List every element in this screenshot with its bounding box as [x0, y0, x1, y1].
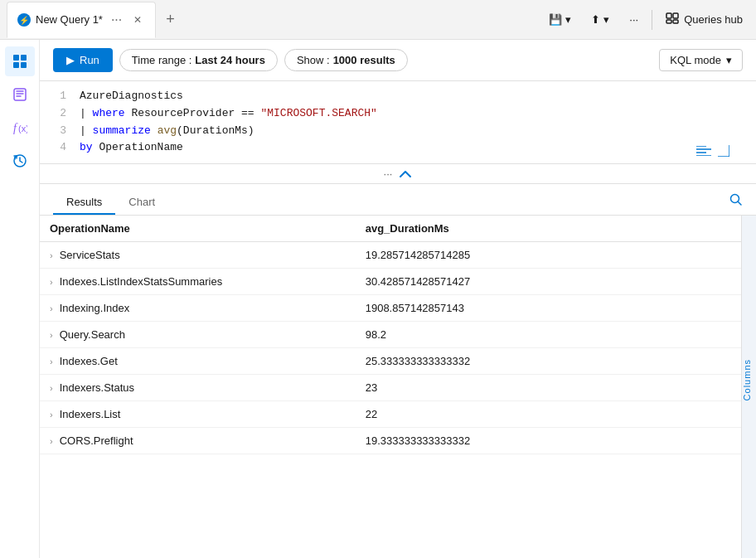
- export-icon: ⬆: [591, 13, 600, 26]
- content-area: ▶ Run Time range : Last 24 hours Show : …: [40, 40, 756, 558]
- code-content: | summarize avg(DurationMs): [80, 123, 749, 140]
- svg-rect-5: [673, 20, 678, 23]
- row-expand-chevron[interactable]: ›: [50, 330, 53, 340]
- table-row[interactable]: ›Query.Search98.2: [40, 322, 741, 348]
- format-icons: [696, 145, 729, 157]
- code-content: by OperationName: [80, 139, 749, 157]
- code-content: AzureDiagnostics: [80, 88, 749, 105]
- svg-rect-7: [21, 55, 27, 61]
- tab-results[interactable]: Results: [53, 191, 115, 215]
- svg-rect-4: [666, 20, 671, 23]
- row-expand-chevron[interactable]: ›: [50, 410, 53, 420]
- results-area: Results Chart Oper: [40, 184, 756, 558]
- save-button[interactable]: 💾 ▾: [542, 10, 578, 29]
- code-token: "MICROSOFT.SEARCH": [260, 107, 376, 119]
- code-line: 2| where ResourceProvider == "MICROSOFT.…: [40, 105, 756, 123]
- table-row[interactable]: ›Indexers.List22: [40, 401, 741, 428]
- svg-rect-2: [666, 13, 671, 18]
- tab-close-button[interactable]: ✕: [130, 12, 145, 27]
- cell-operation: ›Query.Search: [40, 322, 356, 348]
- results-tabs: Results Chart: [40, 184, 756, 216]
- code-token: by: [80, 141, 93, 153]
- ellipsis: ···: [384, 167, 393, 180]
- svg-rect-8: [13, 62, 19, 68]
- code-token: |: [80, 107, 93, 119]
- cell-avg-duration: 25.333333333333332: [356, 348, 741, 375]
- row-expand-chevron[interactable]: ›: [50, 250, 53, 260]
- cell-operation: ›Indexers.List: [40, 401, 356, 428]
- toolbar: ▶ Run Time range : Last 24 hours Show : …: [40, 40, 756, 81]
- time-range-button[interactable]: Time range : Last 24 hours: [119, 49, 278, 71]
- code-token: avg: [158, 124, 177, 137]
- table-row[interactable]: ›ServiceStats19.285714285714285: [40, 242, 741, 269]
- separator: [652, 10, 652, 30]
- tab-icon: ⚡: [17, 13, 31, 27]
- save-arrow: ▾: [565, 13, 571, 26]
- cell-avg-duration: 19.333333333333332: [356, 428, 741, 454]
- cell-operation: ›CORS.Preflight: [40, 428, 356, 454]
- columns-label[interactable]: Columns: [742, 359, 752, 400]
- table-row[interactable]: ›CORS.Preflight19.333333333333332: [40, 428, 741, 454]
- tab-chart[interactable]: Chart: [115, 191, 168, 215]
- code-token: AzureDiagnostics: [80, 90, 183, 102]
- cell-operation: ›Indexing.Index: [40, 295, 356, 322]
- row-expand-chevron[interactable]: ›: [50, 436, 53, 446]
- table-row[interactable]: ›Indexing.Index1908.857142857143: [40, 295, 741, 322]
- export-button[interactable]: ⬆ ▾: [584, 10, 616, 29]
- sidebar-item-history[interactable]: [5, 146, 35, 176]
- sidebar-item-bookmark[interactable]: [5, 80, 35, 109]
- row-expand-chevron[interactable]: ›: [50, 383, 53, 393]
- show-prefix: Show :: [297, 54, 330, 66]
- code-token: where: [93, 107, 125, 119]
- save-icon: 💾: [549, 13, 562, 26]
- tab-results-label: Results: [66, 196, 102, 208]
- cell-avg-duration: 1908.857142857143: [356, 295, 741, 322]
- row-expand-chevron[interactable]: ›: [50, 303, 53, 313]
- code-token: summarize: [93, 124, 151, 137]
- svg-rect-10: [14, 89, 26, 100]
- code-token: OperationName: [93, 141, 183, 153]
- col-header-operation: OperationName: [40, 216, 356, 242]
- time-range-prefix: Time range :: [132, 54, 192, 66]
- line-number: 2: [46, 105, 66, 123]
- code-token: (DurationMs): [177, 124, 254, 137]
- line-number: 1: [46, 88, 66, 105]
- queries-hub-button[interactable]: Queries hub: [659, 8, 749, 31]
- code-line: 4by OperationName: [40, 139, 756, 157]
- table-row[interactable]: ›Indexers.Status23: [40, 375, 741, 401]
- table-row[interactable]: ›Indexes.ListIndexStatsSummaries30.42857…: [40, 269, 741, 295]
- line-number: 4: [46, 139, 66, 157]
- results-table-wrap[interactable]: OperationName avg_DurationMs ›ServiceSta…: [40, 216, 741, 558]
- code-editor[interactable]: 1AzureDiagnostics2| where ResourceProvid…: [40, 81, 756, 164]
- new-tab-button[interactable]: +: [159, 7, 182, 32]
- cell-operation: ›ServiceStats: [40, 242, 356, 269]
- sidebar-item-grid[interactable]: [5, 46, 35, 76]
- cell-operation: ›Indexers.Status: [40, 375, 356, 401]
- active-tab[interactable]: ⚡ New Query 1* ··· ✕: [7, 2, 156, 38]
- collapse-handle[interactable]: ···: [40, 164, 756, 184]
- kql-mode-button[interactable]: KQL mode ▾: [659, 49, 743, 71]
- code-token: |: [80, 124, 93, 137]
- code-token: ResourceProvider ==: [125, 107, 261, 119]
- cell-operation: ›Indexes.Get: [40, 348, 356, 375]
- search-results-button[interactable]: [729, 193, 743, 213]
- more-options-button[interactable]: ···: [623, 10, 645, 29]
- results-table: OperationName avg_DurationMs ›ServiceSta…: [40, 216, 741, 454]
- row-expand-chevron[interactable]: ›: [50, 357, 53, 366]
- cell-operation: ›Indexes.ListIndexStatsSummaries: [40, 269, 356, 295]
- queries-hub-label: Queries hub: [684, 13, 743, 26]
- row-expand-chevron[interactable]: ›: [50, 277, 53, 287]
- code-token: [151, 124, 158, 137]
- run-button[interactable]: ▶ Run: [53, 48, 113, 72]
- kql-mode-label: KQL mode: [670, 54, 721, 66]
- show-results-button[interactable]: Show : 1000 results: [284, 49, 408, 71]
- more-options-icon: ···: [629, 13, 638, 26]
- sidebar-item-formula[interactable]: f (x): [5, 113, 35, 143]
- line-number: 3: [46, 123, 66, 140]
- main-layout: f (x) ▶ Run Time range : Last 24 hours: [0, 40, 756, 558]
- table-row[interactable]: ›Indexes.Get25.333333333333332: [40, 348, 741, 375]
- svg-text:⚡: ⚡: [19, 15, 30, 26]
- code-line: 1AzureDiagnostics: [40, 88, 756, 105]
- tab-title: New Query 1*: [36, 13, 103, 26]
- tab-more-button[interactable]: ···: [108, 9, 125, 31]
